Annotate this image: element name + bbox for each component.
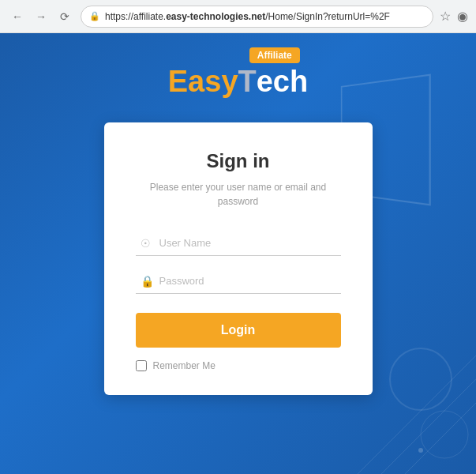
svg-line-2 <box>405 403 476 474</box>
svg-point-3 <box>421 411 468 458</box>
svg-point-4 <box>418 448 423 453</box>
login-card: Sign in Please enter your user name or e… <box>104 122 373 395</box>
affiliate-badge: Affiliate <box>249 47 300 63</box>
remember-me-label: Remember Me <box>153 360 216 371</box>
address-bar[interactable]: 🔒 https://affiliate.easy-technologies.ne… <box>81 6 433 28</box>
username-input[interactable] <box>136 231 341 256</box>
forward-button[interactable]: → <box>32 7 51 26</box>
logo-area: Easy T Affiliate ech <box>168 65 308 99</box>
logo-tech: T Affiliate ech <box>238 65 309 99</box>
logo-text: Easy T Affiliate ech <box>168 65 308 99</box>
bg-shape2 <box>389 348 452 411</box>
lock-field-icon: 🔒 <box>141 275 154 288</box>
logo-t-gray: T <box>238 65 257 98</box>
back-button[interactable]: ← <box>8 7 27 26</box>
sign-in-subtitle: Please enter your user name or email and… <box>136 180 341 209</box>
browser-nav: ← → ⟳ <box>8 7 74 26</box>
sign-in-title: Sign in <box>136 150 341 172</box>
remember-me-group: Remember Me <box>136 360 341 371</box>
star-icon[interactable]: ☆ <box>440 9 451 24</box>
username-group: ☉ <box>136 231 341 256</box>
svg-line-1 <box>381 379 476 474</box>
url-path: /Home/SignIn?returnUrl=%2F <box>265 11 390 22</box>
browser-bar: ← → ⟳ 🔒 https://affiliate.easy-technolog… <box>0 0 476 33</box>
logo-ech: ech <box>257 65 308 99</box>
page-content: Easy T Affiliate ech Sign in Please ente… <box>0 33 476 474</box>
logo-t-container: T Affiliate <box>238 65 257 99</box>
logo-easy: Easy <box>168 65 238 99</box>
remember-me-checkbox[interactable] <box>136 360 147 371</box>
password-group: 🔒 <box>136 269 341 294</box>
url-domain: easy-technologies.net <box>166 11 265 22</box>
lock-icon: 🔒 <box>89 11 100 21</box>
reload-button[interactable]: ⟳ <box>55 7 74 26</box>
login-button[interactable]: Login <box>136 313 341 348</box>
browser-actions: ☆ ◉ <box>440 9 468 24</box>
password-input[interactable] <box>136 269 341 294</box>
user-icon: ☉ <box>141 237 151 250</box>
shield-icon[interactable]: ◉ <box>457 9 468 24</box>
url-text: https://affiliate.easy-technologies.net/… <box>105 11 390 22</box>
svg-line-0 <box>358 356 476 474</box>
